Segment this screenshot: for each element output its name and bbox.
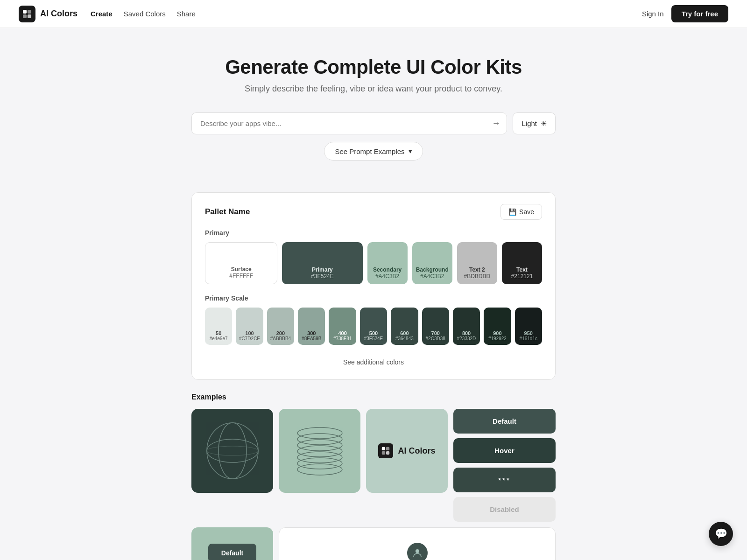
save-button[interactable]: 💾 Save [500, 204, 542, 220]
bottom-card-green: Default [191, 527, 273, 560]
swatch-background: Background #A4C3B2 [412, 242, 452, 284]
example-logo-image: AI Colors [366, 409, 448, 493]
example-sphere-image [191, 409, 273, 493]
sun-icon: ☀ [541, 119, 547, 128]
svg-point-12 [297, 440, 342, 451]
svg-point-7 [207, 446, 258, 455]
scale-700: 700 #2C3D38 [422, 308, 449, 345]
search-input[interactable] [192, 113, 485, 134]
logo-example: AI Colors [378, 443, 435, 458]
scale-400: 400 #738F81 [329, 308, 356, 345]
nav-saved-colors[interactable]: Saved Colors [124, 10, 166, 18]
svg-point-11 [297, 446, 342, 457]
svg-rect-1 [28, 10, 31, 14]
try-free-button[interactable]: Try for free [671, 5, 728, 22]
hero-title: Generate Complete UI Color Kits [191, 56, 556, 78]
scale-800: 800 #23332D [453, 308, 480, 345]
chat-icon: 💬 [715, 528, 727, 540]
scale-50: 50 #e4e9e7 [205, 308, 232, 345]
theme-toggle-button[interactable]: Light ☀ [513, 112, 556, 134]
bottom-examples: Default [191, 527, 556, 560]
search-input-wrap: → [191, 112, 507, 134]
svg-rect-15 [382, 447, 385, 450]
header: AI Colors Create Saved Colors Share Sign… [0, 0, 747, 28]
hero-subtitle: Simply describe the feeling, vibe or ide… [191, 84, 556, 94]
scale-label: Primary Scale [205, 294, 542, 302]
svg-point-10 [297, 452, 342, 463]
svg-rect-17 [382, 451, 385, 455]
bottom-default-button[interactable]: Default [208, 544, 256, 560]
header-right: Sign In Try for free [642, 5, 728, 22]
search-submit-button[interactable]: → [485, 114, 507, 133]
swatch-secondary: Secondary #A4C3B2 [367, 242, 408, 284]
main-content: Generate Complete UI Color Kits Simply d… [182, 28, 565, 560]
svg-point-14 [297, 427, 342, 439]
chevron-down-icon: ▾ [409, 147, 412, 155]
scale-500: 500 #3F524E [360, 308, 387, 345]
svg-point-4 [207, 423, 258, 479]
scale-600: 600 #364843 [391, 308, 418, 345]
svg-point-8 [297, 464, 342, 475]
see-additional-button[interactable]: See additional colors [343, 358, 404, 366]
example-default-button[interactable]: Default [453, 409, 556, 434]
chat-button[interactable]: 💬 [709, 522, 733, 546]
example-coil-image [279, 409, 360, 493]
logo-example-text: AI Colors [398, 446, 435, 456]
svg-point-9 [297, 458, 342, 469]
swatch-text: Text #212121 [502, 242, 542, 284]
nav: Create Saved Colors Share [91, 10, 196, 18]
primary-label: Primary [205, 229, 542, 237]
logo-icon [19, 6, 35, 22]
examples-section: Examples [191, 393, 556, 560]
example-password-button[interactable]: *** [453, 468, 556, 492]
svg-point-6 [207, 439, 258, 462]
scale-200: 200 #ABBBB4 [267, 308, 294, 345]
swatch-surface: Surface #FFFFFF [205, 242, 277, 284]
bottom-avatar-row [407, 543, 428, 560]
scale-100: 100 #C7D2CE [236, 308, 263, 345]
palette-name: Pallet Name [205, 207, 250, 217]
arrow-icon: → [492, 119, 500, 128]
search-row: → Light ☀ [191, 112, 556, 134]
logo-text: AI Colors [40, 9, 78, 19]
svg-point-19 [416, 549, 419, 553]
header-left: AI Colors Create Saved Colors Share [19, 6, 196, 22]
palette-header: Pallet Name 💾 Save [205, 204, 542, 220]
palette-card: Pallet Name 💾 Save Primary Surface #FFFF… [191, 192, 556, 380]
prompt-examples-label: See Prompt Examples [335, 147, 404, 155]
scale-300: 300 #8EA59B [298, 308, 325, 345]
svg-rect-3 [28, 14, 31, 18]
svg-point-5 [218, 423, 247, 479]
nav-create[interactable]: Create [91, 10, 113, 18]
bottom-card-white [279, 527, 556, 560]
examples-title: Examples [191, 393, 556, 401]
hero-section: Generate Complete UI Color Kits Simply d… [191, 56, 556, 94]
theme-label: Light [521, 119, 537, 127]
avatar [407, 543, 428, 560]
example-buttons-col: Default Hover *** Disabled [453, 409, 556, 522]
svg-point-13 [297, 434, 342, 445]
logo[interactable]: AI Colors [19, 6, 78, 22]
prompt-examples-button[interactable]: See Prompt Examples ▾ [324, 142, 423, 161]
scale-950: 950 #161d1c [515, 308, 542, 345]
nav-share[interactable]: Share [177, 10, 196, 18]
scale-swatches: 50 #e4e9e7 100 #C7D2CE 200 #ABBBB4 300 #… [205, 308, 542, 345]
sign-in-button[interactable]: Sign In [642, 10, 664, 18]
scale-900: 900 #192922 [484, 308, 511, 345]
svg-rect-0 [23, 10, 27, 14]
svg-rect-2 [23, 14, 27, 18]
swatch-primary: Primary #3F524E [282, 242, 362, 284]
svg-rect-18 [386, 451, 389, 455]
save-label: Save [519, 208, 534, 216]
see-additional: See additional colors [205, 354, 542, 366]
svg-rect-16 [386, 447, 389, 450]
example-disabled-button: Disabled [453, 497, 556, 522]
examples-grid: AI Colors Default Hover *** Disabled [191, 409, 556, 522]
logo-example-icon [378, 443, 393, 458]
primary-swatches: Surface #FFFFFF Primary #3F524E Secondar… [205, 242, 542, 284]
save-icon: 💾 [508, 208, 516, 216]
swatch-text2: Text 2 #BDBDBD [457, 242, 497, 284]
example-hover-button[interactable]: Hover [453, 438, 556, 463]
